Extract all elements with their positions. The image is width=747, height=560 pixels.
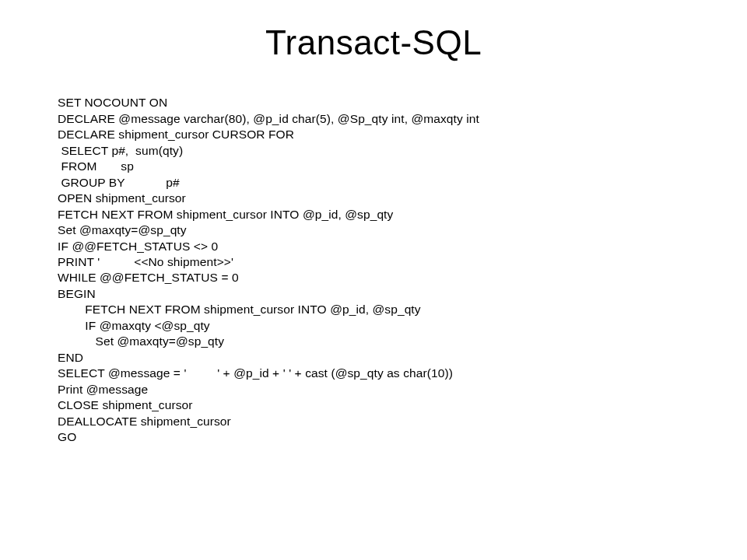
code-line: FETCH NEXT FROM shipment_cursor INTO @p_… [58,303,421,316]
code-line: DECLARE @message varchar(80), @p_id char… [58,112,479,125]
code-line: FROM sp [58,159,134,173]
code-block: SET NOCOUNT ON DECLARE @message varchar(… [58,79,747,445]
slide-title: Transact-SQL [0,23,747,62]
code-line: IF @@FETCH_STATUS <> 0 [58,240,218,253]
code-line: Set @maxqty=@sp_qty [58,334,224,348]
code-line: SELECT @message = ' ' + @p_id + ' ' + ca… [58,366,453,380]
code-line: Print @message [58,383,148,396]
code-line: FETCH NEXT FROM shipment_cursor INTO @p_… [58,208,393,221]
code-line: DEALLOCATE shipment_cursor [58,415,231,428]
code-line: END [58,351,83,364]
code-line: GO [58,430,76,443]
code-line: CLOSE shipment_cursor [58,398,193,411]
code-line: SET NOCOUNT ON [58,96,167,109]
code-line: WHILE @@FETCH_STATUS = 0 [58,271,239,284]
code-line: DECLARE shipment_cursor CURSOR FOR [58,128,294,141]
code-line: PRINT ' <<No shipment>>' [58,255,233,268]
code-line: Set @maxqty=@sp_qty [58,223,187,236]
code-line: OPEN shipment_cursor [58,191,186,205]
code-line: IF @maxqty <@sp_qty [58,319,210,332]
code-line: SELECT p#, sum(qty) [58,144,183,157]
code-line: BEGIN [58,287,96,300]
code-line: GROUP BY p# [58,176,180,189]
slide-container: Transact-SQL SET NOCOUNT ON DECLARE @mes… [0,0,747,560]
